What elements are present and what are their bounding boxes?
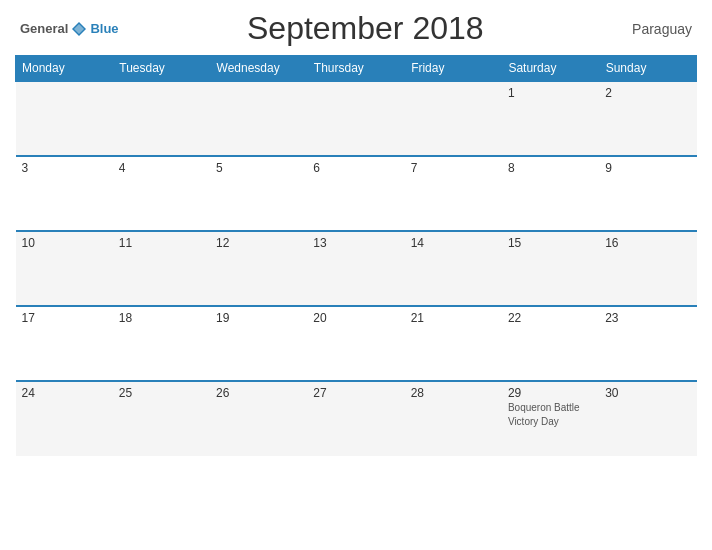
calendar-header: General Blue September 2018 Paraguay <box>15 10 697 47</box>
calendar-cell: 5 <box>210 156 307 231</box>
day-number: 5 <box>216 161 301 175</box>
day-number: 28 <box>411 386 496 400</box>
calendar-cell <box>210 81 307 156</box>
calendar-cell: 30 <box>599 381 696 456</box>
calendar-week-row: 12 <box>16 81 697 156</box>
calendar-header-row: Monday Tuesday Wednesday Thursday Friday… <box>16 56 697 82</box>
calendar-cell: 13 <box>307 231 404 306</box>
day-number: 22 <box>508 311 593 325</box>
day-number: 30 <box>605 386 690 400</box>
calendar-cell: 21 <box>405 306 502 381</box>
calendar-cell: 25 <box>113 381 210 456</box>
day-number: 15 <box>508 236 593 250</box>
calendar-cell: 3 <box>16 156 113 231</box>
day-number: 27 <box>313 386 398 400</box>
calendar-cell: 27 <box>307 381 404 456</box>
calendar-week-row: 242526272829Boqueron Battle Victory Day3… <box>16 381 697 456</box>
calendar-cell: 10 <box>16 231 113 306</box>
calendar-cell: 8 <box>502 156 599 231</box>
day-number: 18 <box>119 311 204 325</box>
day-number: 20 <box>313 311 398 325</box>
day-number: 13 <box>313 236 398 250</box>
day-number: 17 <box>22 311 107 325</box>
calendar-cell <box>405 81 502 156</box>
col-thursday: Thursday <box>307 56 404 82</box>
day-number: 1 <box>508 86 593 100</box>
day-number: 8 <box>508 161 593 175</box>
calendar-cell: 23 <box>599 306 696 381</box>
calendar-cell: 18 <box>113 306 210 381</box>
logo-icon <box>70 20 88 38</box>
logo-blue-text: Blue <box>90 21 118 36</box>
calendar-cell: 11 <box>113 231 210 306</box>
day-number: 16 <box>605 236 690 250</box>
calendar-cell: 19 <box>210 306 307 381</box>
col-wednesday: Wednesday <box>210 56 307 82</box>
calendar-cell: 17 <box>16 306 113 381</box>
day-number: 4 <box>119 161 204 175</box>
day-number: 21 <box>411 311 496 325</box>
day-number: 14 <box>411 236 496 250</box>
calendar-cell: 26 <box>210 381 307 456</box>
calendar-cell: 15 <box>502 231 599 306</box>
calendar-cell: 6 <box>307 156 404 231</box>
calendar-table: Monday Tuesday Wednesday Thursday Friday… <box>15 55 697 456</box>
calendar-cell: 24 <box>16 381 113 456</box>
calendar-cell: 12 <box>210 231 307 306</box>
day-number: 9 <box>605 161 690 175</box>
calendar-title: September 2018 <box>119 10 612 47</box>
calendar-week-row: 10111213141516 <box>16 231 697 306</box>
col-tuesday: Tuesday <box>113 56 210 82</box>
day-number: 7 <box>411 161 496 175</box>
calendar-cell <box>307 81 404 156</box>
col-friday: Friday <box>405 56 502 82</box>
day-number: 29 <box>508 386 593 400</box>
calendar-cell: 22 <box>502 306 599 381</box>
col-sunday: Sunday <box>599 56 696 82</box>
calendar-cell: 29Boqueron Battle Victory Day <box>502 381 599 456</box>
calendar-cell: 1 <box>502 81 599 156</box>
day-number: 25 <box>119 386 204 400</box>
calendar-cell: 7 <box>405 156 502 231</box>
calendar-cell: 28 <box>405 381 502 456</box>
calendar-cell <box>16 81 113 156</box>
calendar-week-row: 3456789 <box>16 156 697 231</box>
day-number: 2 <box>605 86 690 100</box>
day-number: 26 <box>216 386 301 400</box>
calendar-cell: 20 <box>307 306 404 381</box>
calendar-cell: 9 <box>599 156 696 231</box>
calendar-cell: 16 <box>599 231 696 306</box>
calendar-cell: 2 <box>599 81 696 156</box>
day-number: 11 <box>119 236 204 250</box>
logo-general-text: General <box>20 21 68 36</box>
calendar-cell: 14 <box>405 231 502 306</box>
col-monday: Monday <box>16 56 113 82</box>
calendar-cell: 4 <box>113 156 210 231</box>
holiday-text: Boqueron Battle Victory Day <box>508 402 580 427</box>
calendar-container: General Blue September 2018 Paraguay Mon… <box>0 0 712 550</box>
day-number: 6 <box>313 161 398 175</box>
day-number: 23 <box>605 311 690 325</box>
calendar-week-row: 17181920212223 <box>16 306 697 381</box>
country-label: Paraguay <box>612 21 692 37</box>
col-saturday: Saturday <box>502 56 599 82</box>
calendar-cell <box>113 81 210 156</box>
logo: General Blue <box>20 20 119 38</box>
day-number: 10 <box>22 236 107 250</box>
day-number: 3 <box>22 161 107 175</box>
day-number: 12 <box>216 236 301 250</box>
day-number: 24 <box>22 386 107 400</box>
day-number: 19 <box>216 311 301 325</box>
